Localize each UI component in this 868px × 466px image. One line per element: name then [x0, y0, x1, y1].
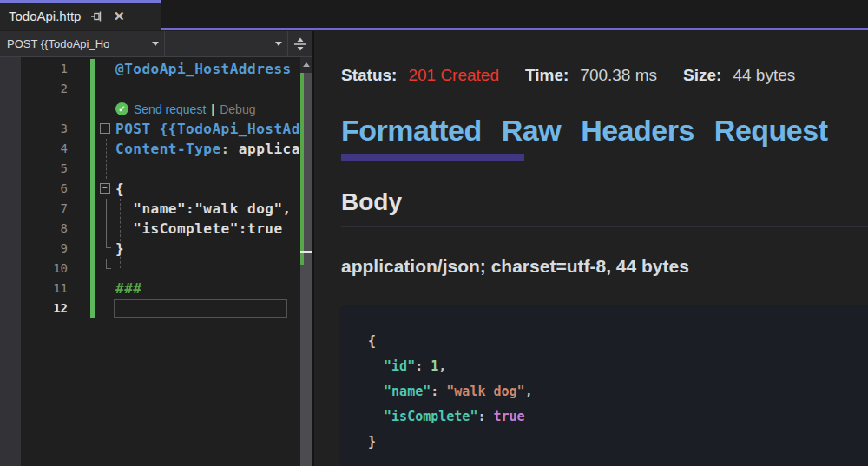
debug-link[interactable]: Debug	[220, 102, 255, 116]
json-line: "name": "walk dog",	[368, 379, 868, 404]
split-window-button[interactable]	[288, 31, 312, 56]
request-dropdown[interactable]: POST {{TodoApi_Ho	[0, 31, 165, 56]
vs-window: TodoApi.http ✕ POST {{TodoApi_Ho	[0, 0, 868, 466]
editor-line[interactable]: 5	[0, 159, 300, 179]
time-value: 700.38 ms	[580, 66, 657, 85]
scrollbar-change-marks	[300, 73, 304, 265]
line-code: @TodoApi_HostAddress	[115, 59, 300, 79]
editor-rows: 1@TodoApi_HostAddress2✓Send request|Debu…	[0, 59, 300, 318]
chevron-down-icon	[152, 42, 159, 46]
fold-margin: −	[68, 179, 115, 199]
tab-todoapi-http[interactable]: TodoApi.http ✕	[0, 0, 161, 30]
code-token: :	[415, 358, 431, 374]
fold-margin	[68, 159, 115, 179]
response-tab-formatted[interactable]: Formatted	[341, 114, 482, 148]
send-request-link[interactable]: Send request	[134, 102, 206, 116]
response-tabs: FormattedRawHeadersRequest	[341, 114, 868, 148]
status-label: Status:	[341, 66, 397, 85]
scrollbar-up-arrow[interactable]	[300, 57, 312, 71]
editor-pane: POST {{TodoApi_Ho	[0, 31, 312, 466]
fold-margin	[68, 59, 115, 79]
code-token: }	[368, 434, 376, 450]
scrollbar-caret-mark	[300, 251, 312, 253]
editor-line[interactable]: 4Content-Type: application/json	[0, 139, 300, 159]
body-heading: Body	[341, 188, 868, 216]
current-line-box	[114, 299, 287, 318]
line-code: {	[115, 179, 300, 199]
response-body-card: { "id": 1, "name": "walk dog", "isComple…	[339, 305, 868, 466]
line-code	[115, 79, 300, 99]
line-code: "isComplete":true	[115, 219, 300, 239]
code-token: "name"	[368, 384, 431, 399]
line-number: 7	[0, 199, 68, 219]
line-code: POST {{TodoApi_HostAddress}}/todoitems	[115, 119, 300, 139]
code-token: POST {{TodoApi_HostAddress}}/todoitems	[115, 121, 300, 137]
fold-margin	[68, 139, 115, 159]
navigation-bar: POST {{TodoApi_Ho	[0, 31, 312, 57]
fold-collapse-button[interactable]: −	[100, 123, 110, 134]
editor-line[interactable]: 6−{	[0, 179, 300, 199]
code-token: "walk dog"	[446, 384, 524, 399]
section-rule	[341, 226, 868, 227]
fold-margin	[68, 299, 115, 318]
line-number: 9	[0, 239, 68, 259]
fold-margin	[68, 219, 115, 239]
codelens-row: ✓Send request|Debug	[0, 99, 300, 119]
request-dropdown-value: POST {{TodoApi_Ho	[7, 37, 148, 50]
line-number: 5	[0, 159, 68, 179]
code-token: "name":"walk dog",	[115, 200, 292, 217]
split-window-icon	[293, 36, 308, 52]
line-number: 4	[0, 139, 68, 159]
line-number: 6	[0, 179, 68, 199]
response-tab-headers[interactable]: Headers	[581, 114, 694, 148]
code-token: true	[494, 409, 525, 424]
editor-line[interactable]: 1@TodoApi_HostAddress	[0, 59, 300, 79]
check-circle-icon: ✓	[115, 102, 128, 115]
close-icon[interactable]: ✕	[112, 10, 126, 23]
line-code: Content-Type: application/json	[115, 139, 300, 159]
main-area: POST {{TodoApi_Ho	[0, 31, 868, 466]
chevron-down-icon	[275, 42, 282, 46]
fold-margin	[68, 79, 115, 99]
fold-collapse-button[interactable]: −	[100, 183, 110, 194]
pin-icon[interactable]	[89, 10, 103, 23]
line-number: 12	[0, 299, 68, 318]
code-token: :	[221, 141, 239, 157]
editor-line[interactable]: 8 "isComplete":true	[0, 219, 300, 239]
json-line: {	[368, 329, 868, 354]
editor-line[interactable]: 10	[0, 259, 300, 279]
json-line: }	[368, 430, 868, 455]
status-value: 201 Created	[408, 66, 499, 85]
editor-line[interactable]: 2	[0, 79, 300, 99]
size-label: Size:	[683, 66, 721, 85]
member-dropdown[interactable]	[165, 31, 288, 56]
response-pane: Status: 201 Created Time: 700.38 ms Size…	[314, 31, 868, 466]
fold-margin	[68, 199, 115, 219]
editor-line[interactable]: 3−POST {{TodoApi_HostAddress}}/todoitems	[0, 119, 300, 139]
response-tab-raw[interactable]: Raw	[502, 114, 561, 148]
time-label: Time:	[525, 66, 569, 85]
code-token: 1	[431, 358, 438, 374]
code-token: @TodoApi_HostAddress	[115, 61, 292, 77]
code-token: "id"	[368, 358, 415, 374]
response-tab-request[interactable]: Request	[714, 114, 828, 148]
editor-scrollbar[interactable]	[300, 57, 312, 466]
editor-line[interactable]: 11###	[0, 279, 300, 299]
line-number: 10	[0, 259, 68, 279]
json-line: "id": 1,	[368, 354, 868, 379]
line-number: 3	[0, 119, 68, 139]
line-code	[115, 259, 300, 279]
fold-margin	[68, 239, 115, 259]
response-status-row: Status: 201 Created Time: 700.38 ms Size…	[341, 66, 868, 85]
code-token: {	[368, 333, 376, 349]
line-number: 8	[0, 219, 68, 239]
editor-line[interactable]: 7 "name":"walk dog",	[0, 199, 300, 219]
line-code	[115, 159, 300, 179]
codelens-separator: |	[211, 102, 214, 116]
document-tab-strip: TodoApi.http ✕	[0, 0, 868, 30]
line-code: ###	[115, 279, 300, 299]
response-json: { "id": 1, "name": "walk dog", "isComple…	[368, 329, 868, 455]
fold-margin	[68, 279, 115, 299]
editor-line[interactable]: 9}	[0, 239, 300, 259]
code-editor[interactable]: 1@TodoApi_HostAddress2✓Send request|Debu…	[0, 57, 312, 466]
